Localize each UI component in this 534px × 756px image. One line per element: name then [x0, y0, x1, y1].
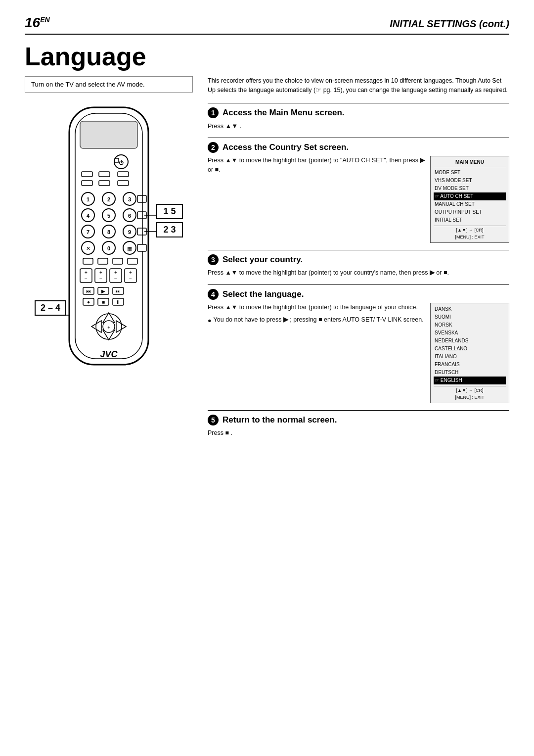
step-2-title: Access the Country Set screen. — [222, 142, 349, 152]
screen-4-item-highlighted: ☞ ENGLISH — [434, 377, 506, 384]
step-3: 3 Select your country. Press ▲▼ to move … — [208, 250, 509, 278]
step-3-body: Press ▲▼ to move the highlight bar (poin… — [208, 268, 509, 278]
step-3-number: 3 — [208, 254, 219, 265]
svg-text:1: 1 — [87, 196, 89, 202]
svg-text:▶: ▶ — [101, 288, 105, 294]
screen-2-title: MAIN MENU — [434, 158, 506, 167]
step-1: 1 Access the Main Menu screen. Press ▲▼ … — [208, 103, 509, 131]
svg-text:9: 9 — [128, 229, 131, 235]
svg-text:+: + — [99, 270, 102, 275]
svg-rect-2 — [80, 121, 137, 148]
step-5-header: 5 Return to the normal screen. — [208, 415, 509, 425]
screen-4-item: ITALIANO — [434, 353, 506, 361]
screen-2-item-highlighted: ☞ AUTO CH SET — [434, 192, 506, 200]
step-2-text: Press ▲▼ to move the highlight bar (poin… — [208, 156, 425, 177]
page-title: Language — [25, 44, 509, 69]
right-column: This recorder offers you the choice to v… — [208, 76, 509, 445]
step-5-body: Press ■ . — [208, 428, 509, 438]
page-number-value: 16 — [25, 15, 40, 30]
page-superscript: EN — [40, 16, 49, 24]
section-title: INITIAL SETTINGS (cont.) — [390, 18, 509, 30]
svg-text:8: 8 — [107, 229, 110, 235]
svg-rect-11 — [118, 181, 129, 186]
svg-text:⏮: ⏮ — [86, 288, 91, 294]
screen-2-item: MODE SET — [434, 169, 506, 177]
screen-2-item: DV MODE SET — [434, 185, 506, 192]
svg-text:−: − — [129, 276, 132, 282]
screen-4-footer: [▲▼] → [CR][MENU] : EXIT — [434, 386, 506, 401]
svg-text:7: 7 — [87, 229, 89, 235]
step-3-title: Select your country. — [222, 255, 303, 265]
step-2-header: 2 Access the Country Set screen. — [208, 142, 509, 153]
svg-rect-9 — [82, 181, 92, 186]
remote-image: ⏻ 1 2 — [40, 102, 178, 381]
svg-text:+: + — [129, 270, 132, 275]
badge-15: 1 5 — [156, 204, 183, 219]
svg-text:4: 4 — [87, 213, 90, 219]
svg-text:−: − — [114, 276, 117, 282]
step-5-number: 5 — [208, 415, 219, 425]
svg-text:6: 6 — [128, 213, 131, 219]
step-1-title: Access the Main Menu screen. — [222, 108, 345, 118]
page-container: 16EN INITIAL SETTINGS (cont.) Language T… — [0, 0, 534, 756]
screen-4-item: DANSK — [434, 305, 506, 313]
left-badge: 2 – 4 — [35, 300, 66, 316]
screen-4-item: NORSK — [434, 321, 506, 329]
screen-4-item: SUOMI — [434, 313, 506, 321]
screen-2-item: OUTPUT/INPUT SET — [434, 208, 506, 216]
left-column: Turn on the TV and select the AV mode. ⏻ — [25, 76, 193, 445]
step-4-title: Select the language. — [222, 289, 304, 299]
step-1-body: Press ▲▼ . — [208, 121, 509, 131]
header: 16EN INITIAL SETTINGS (cont.) — [25, 15, 509, 35]
screen-2-item: MANUAL CH SET — [434, 200, 506, 208]
bullet-dot: ● — [208, 316, 212, 326]
svg-text:JVC: JVC — [100, 349, 118, 359]
step-5: 5 Return to the normal screen. Press ■ . — [208, 410, 509, 438]
main-content: Turn on the TV and select the AV mode. ⏻ — [25, 76, 509, 445]
badge-23: 2 3 — [156, 222, 183, 237]
step-4-text: Press ▲▼ to move the highlight bar (poin… — [208, 303, 425, 327]
svg-text:⏭: ⏭ — [116, 288, 121, 294]
instruction-box: Turn on the TV and select the AV mode. — [25, 76, 193, 93]
step-4-header: 4 Select the language. — [208, 289, 509, 300]
remote-svg: ⏻ 1 2 — [40, 102, 178, 379]
intro-text: This recorder offers you the choice to v… — [208, 76, 509, 95]
step-2-number: 2 — [208, 142, 219, 153]
svg-text:✕: ✕ — [86, 245, 90, 251]
screen-4-item: NEDERLANDS — [434, 337, 506, 345]
step-2-screen: MAIN MENU MODE SET VHS MODE SET DV MODE … — [430, 156, 509, 243]
screen-2-item: INITIAL SET — [434, 216, 506, 224]
badge-24: 2 – 4 — [35, 300, 66, 316]
screen-4-item: DEUTSCH — [434, 369, 506, 377]
page-number: 16EN — [25, 15, 50, 31]
screen-2-footer: [▲▼] → [CR][MENU] : EXIT — [434, 226, 506, 240]
svg-text:+: + — [85, 270, 88, 275]
step-1-number: 1 — [208, 107, 219, 118]
svg-text:■: ■ — [102, 299, 105, 305]
svg-text:2: 2 — [107, 196, 110, 202]
svg-rect-39 — [137, 244, 146, 251]
screen-4-item: CASTELLANO — [434, 345, 506, 353]
step-5-title: Return to the normal screen. — [222, 415, 337, 425]
screen-4-item: FRANCAIS — [434, 361, 506, 369]
svg-text:−: − — [99, 276, 102, 282]
svg-rect-10 — [99, 181, 110, 186]
step-4: 4 Select the language. Press ▲▼ to move … — [208, 284, 509, 403]
right-badges: 1 5 2 3 — [156, 204, 183, 237]
svg-text:●: ● — [87, 299, 90, 305]
step-4-body: Press ▲▼ to move the highlight bar (poin… — [208, 303, 509, 403]
svg-text:−: − — [85, 276, 88, 282]
svg-text:3: 3 — [128, 196, 131, 202]
svg-text:+: + — [107, 325, 110, 330]
step-4-screen: DANSK SUOMI NORSK SVENSKA NEDERLANDS CAS… — [430, 303, 509, 403]
screen-4-item: SVENSKA — [434, 329, 506, 337]
svg-text:⏻: ⏻ — [119, 160, 124, 165]
svg-text:⏸: ⏸ — [116, 299, 121, 305]
screen-2-item: VHS MODE SET — [434, 177, 506, 185]
step-4-number: 4 — [208, 289, 219, 300]
svg-text:▦: ▦ — [127, 245, 132, 251]
svg-rect-7 — [99, 172, 110, 177]
svg-text:5: 5 — [107, 213, 110, 219]
svg-text:+: + — [114, 270, 117, 275]
svg-rect-8 — [118, 172, 129, 177]
